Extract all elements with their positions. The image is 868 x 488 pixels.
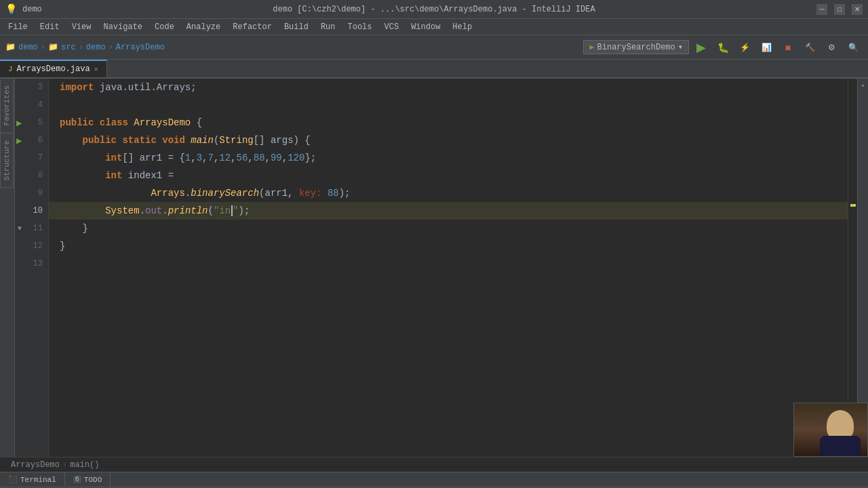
str-in-end: " [233, 205, 238, 216]
tab-terminal[interactable]: ⬛ Terminal [0, 472, 65, 487]
line-num-3: 3 [38, 83, 43, 92]
fold-icon-11[interactable]: ▼ [18, 225, 22, 232]
menu-code[interactable]: Code [149, 21, 180, 33]
tab-close-button[interactable]: ✕ [94, 65, 98, 73]
code-line-7: int[] arr1 = {1,3,7,12,56,88,99,120}; [49, 149, 848, 167]
run-gutter-icon-6[interactable]: ▶ [16, 135, 22, 146]
menu-edit[interactable]: Edit [35, 21, 65, 33]
gutter-line-8: 8 [15, 167, 48, 184]
tab-todo[interactable]: 6 TODO [65, 472, 111, 487]
menu-view[interactable]: View [66, 21, 97, 33]
gutter-line-5: ▶ 5 [15, 114, 48, 131]
code-line-8: int index1 = [49, 167, 848, 184]
coverage-button[interactable]: ⚡ [735, 38, 754, 57]
breadcrumb-demo[interactable]: 📁 [5, 42, 16, 52]
menu-bar: File Edit View Navigate Code Analyze Ref… [0, 19, 868, 35]
scrollbar-marker [850, 204, 856, 207]
code-line-13 [49, 255, 848, 272]
line-num-11: 11 [33, 224, 43, 233]
breadcrumb-sep2: › [79, 43, 83, 52]
breadcrumb-classname[interactable]: ArraysDemo [11, 460, 60, 470]
title-bar: 💡 demo demo [C:\czh2\demo] - ...\src\dem… [0, 0, 868, 19]
webcam-body [820, 436, 861, 456]
line-num-13: 13 [33, 259, 43, 268]
mth-binarysearch: binarySearch [191, 188, 259, 199]
tab-terminal-label: Terminal [20, 476, 56, 484]
breadcrumb-sep3: › [108, 43, 113, 52]
mth-main: main [191, 135, 214, 146]
line-number-gutter: 3 4 ▶ 5 ▶ 6 7 [15, 79, 49, 457]
editor-tab-bar: J ArraysDemo.java ✕ [0, 60, 868, 79]
gutter-line-11: ▼ 11 [15, 220, 48, 237]
restore-button[interactable]: □ [834, 4, 845, 15]
run-configuration-selector[interactable]: ▶ BinarySearchDemo ▾ [583, 40, 689, 54]
tab-arrays-demo[interactable]: J ArraysDemo.java ✕ [0, 60, 107, 77]
tab-todo-label: TODO [84, 476, 102, 484]
vertical-tab-favorites[interactable]: Favorites [0, 79, 14, 133]
minimize-button[interactable]: ─ [816, 4, 827, 15]
cls-system: System [105, 205, 139, 216]
menu-vcs[interactable]: VCS [379, 21, 405, 33]
line-num-5: 5 [38, 118, 43, 127]
kw-int-7: int [105, 152, 122, 163]
breadcrumb-bar: ArraysDemo › main() [0, 457, 868, 472]
cls-arrays: Arrays [151, 188, 184, 199]
editor-scrollbar[interactable] [848, 79, 857, 457]
gutter-line-6: ▶ 6 [15, 131, 48, 149]
line-num-7: 7 [38, 153, 43, 163]
profiler-button[interactable]: 📊 [757, 38, 776, 57]
right-sidebar-inspect[interactable]: ✦ [861, 81, 865, 89]
debug-button[interactable]: 🐛 [713, 38, 732, 57]
menu-tools[interactable]: Tools [342, 21, 378, 33]
kw-class: class [100, 117, 128, 128]
close-button[interactable]: ✕ [852, 4, 863, 15]
breadcrumb-sep1: › [41, 43, 45, 52]
line-num-8: 8 [38, 171, 43, 180]
toolbar: 📁 demo › 📁 src › demo › ArraysDemo ▶ Bin… [0, 35, 868, 60]
run-config-label: BinarySearchDemo [597, 43, 675, 52]
settings-button[interactable]: ⚙ [822, 38, 841, 57]
gutter-line-4: 4 [15, 96, 48, 114]
run-button[interactable]: ▶ [692, 38, 711, 57]
menu-file[interactable]: File [3, 21, 33, 33]
code-line-6: public static void main(String[] args) { [49, 131, 848, 149]
menu-build[interactable]: Build [279, 21, 314, 33]
build-button[interactable]: 🔨 [800, 38, 819, 57]
field-out: out [145, 205, 162, 216]
menu-navigate[interactable]: Navigate [98, 21, 148, 33]
breadcrumb-arrow: › [62, 460, 67, 470]
gutter-line-3: 3 [15, 79, 48, 96]
code-line-10: System.out.println("in"); [49, 202, 848, 220]
line-num-12: 12 [33, 241, 43, 251]
code-content[interactable]: import java.util.Arrays; public class Ar… [49, 79, 848, 457]
stop-button[interactable]: ■ [778, 38, 797, 57]
code-line-9: Arrays.binarySearch(arr1, key: 88); [49, 184, 848, 202]
breadcrumb-demo-label[interactable]: demo [18, 43, 38, 52]
line-num-4: 4 [38, 100, 43, 110]
run-gutter-icon-5[interactable]: ▶ [16, 117, 22, 129]
editor-area[interactable]: 3 4 ▶ 5 ▶ 6 7 [15, 79, 857, 457]
line-num-6: 6 [38, 136, 43, 145]
gutter-line-9: 9 [15, 184, 48, 202]
gutter-line-7: 7 [15, 149, 48, 167]
menu-window[interactable]: Window [406, 21, 446, 33]
webcam-person [794, 403, 867, 456]
window-controls: ─ □ ✕ [816, 4, 863, 15]
menu-help[interactable]: Help [447, 21, 477, 33]
menu-run[interactable]: Run [315, 21, 341, 33]
breadcrumb-demo2[interactable]: demo [86, 43, 106, 52]
app-icon: 💡 [5, 3, 17, 15]
gutter-line-10: 10 [15, 202, 48, 220]
tab-file-icon: J [8, 65, 13, 73]
todo-num: 6 [73, 476, 81, 483]
menu-analyze[interactable]: Analyze [181, 21, 226, 33]
breadcrumb-method[interactable]: main() [70, 460, 99, 470]
param-key: key: [299, 188, 322, 199]
menu-refactor[interactable]: Refactor [227, 21, 277, 33]
breadcrumb-src[interactable]: src [61, 43, 76, 52]
mth-println: println [168, 205, 208, 216]
search-everywhere-button[interactable]: 🔍 [844, 38, 863, 57]
breadcrumb-arraysDemo[interactable]: ArraysDemo [116, 43, 165, 52]
vertical-tab-structure[interactable]: Structure [0, 133, 14, 188]
terminal-icon: ⬛ [8, 475, 18, 484]
